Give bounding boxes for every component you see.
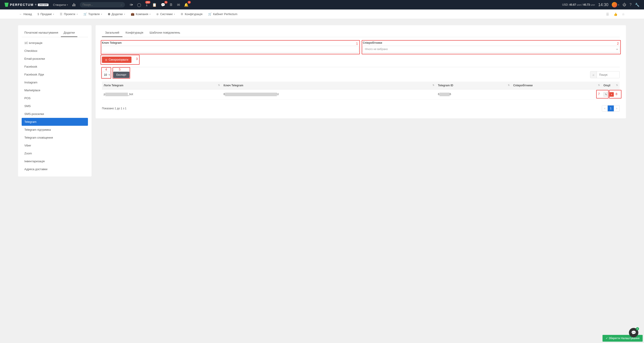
sidebar-item-marketplace[interactable]: Marketplace — [22, 86, 88, 94]
sidebar-item-telegram-support[interactable]: Telegram підтримка — [22, 126, 88, 134]
sidebar-item-inventory[interactable]: Інвентаризація — [22, 157, 88, 165]
export-button[interactable]: Експорт — [113, 72, 130, 78]
logo-badge: CRM+ERP — [38, 3, 48, 6]
telegram-key-input[interactable] — [102, 46, 359, 52]
doc-icon[interactable]: 🗎 — [169, 3, 173, 7]
sort-icon: ⇅ — [616, 84, 618, 86]
delete-button[interactable]: × — [609, 92, 614, 97]
clipboard-icon[interactable]: 📋 — [152, 3, 157, 7]
nav-system[interactable]: ⊕Системні▾ — [156, 12, 175, 16]
clock: 14:30 — [598, 2, 608, 7]
nav-cabinet[interactable]: 🛒Кабінет Perfectum — [208, 12, 238, 16]
sidebar-item-instagram[interactable]: Instagram — [22, 78, 88, 86]
create-dropdown[interactable]: Створити ▾ — [53, 3, 68, 6]
sidebar-item-zoom[interactable]: Zoom — [22, 149, 88, 157]
pagination: ‹ 1 › — [602, 105, 620, 112]
marker-2: 2 — [617, 42, 619, 45]
avatar — [612, 2, 617, 7]
chat-badge: 5 — [164, 1, 168, 3]
tab-general[interactable]: Загальний — [102, 29, 122, 37]
globe-icon: ⊕ — [156, 12, 159, 16]
help-icon[interactable]: ? — [630, 3, 632, 7]
nav-star-icon[interactable]: ☆ — [622, 12, 625, 16]
nav-thumb-icon[interactable]: 👍 — [614, 12, 618, 16]
staff-select[interactable]: Нічого не вибрано ▾ — [363, 46, 620, 52]
nav-back[interactable]: ←Назад — [19, 12, 32, 16]
sidebar-item-sms-send[interactable]: SMS-розсилки — [22, 110, 88, 118]
telegram-key-label: Ключ Telegram — [102, 41, 359, 44]
search-input[interactable] — [82, 3, 121, 6]
package-icon: ⬢ — [108, 12, 110, 16]
col-opts[interactable]: Опції⇅ — [602, 82, 620, 89]
bell-icon[interactable]: 🔔1 — [184, 3, 188, 7]
page-1[interactable]: 1 — [608, 105, 614, 111]
col-staff[interactable]: Співробітники⇅ — [512, 82, 602, 89]
briefcase-icon: 💼 — [131, 12, 134, 16]
nav-addons[interactable]: ⬢Додатки▾ — [108, 12, 125, 16]
sidebar-item-telegram[interactable]: Telegram — [22, 118, 88, 126]
sidebar-item-telegram-notify[interactable]: Telegram сповіщення — [22, 134, 88, 142]
logo[interactable]: PERFECTUM ® — [4, 3, 36, 7]
sidebar-item-1c[interactable]: 1С інтеграція — [22, 39, 88, 47]
chevron-down-icon: ▾ — [616, 48, 618, 50]
mail-icon[interactable]: ✉ — [177, 3, 180, 7]
col-key[interactable]: Ключ Telegram⇅ — [222, 82, 436, 89]
sort-icon: ⇅ — [218, 84, 220, 86]
sound-icon[interactable]: 🕪 — [130, 3, 133, 7]
col-tid[interactable]: Telegram ID⇅ — [436, 82, 512, 89]
wrench-icon[interactable]: 🔧 — [635, 3, 640, 7]
chat-icon[interactable]: 💬5 — [161, 3, 165, 7]
global-search[interactable]: ⌕ — [80, 2, 125, 7]
nav-projects[interactable]: ☰Проекти▾ — [60, 12, 78, 16]
sidebar-item-sms[interactable]: SMS — [22, 102, 88, 110]
sidebar-item-address[interactable]: Адреса доставки — [22, 165, 88, 173]
nav-trade[interactable]: 🛒Торгівля▾ — [84, 12, 102, 16]
sidebar-item-fb-leads[interactable]: Facebook Ліди — [22, 70, 88, 78]
currency-info: USD: 40.67UAH / 40.73UAH — [562, 3, 595, 6]
logo-text: PERFECTUM — [10, 3, 34, 6]
sort-icon: ⇅ — [598, 84, 600, 86]
settings-panel: Загальний Конфігурація Шаблони повідомле… — [96, 25, 626, 118]
page-next[interactable]: › — [614, 105, 620, 111]
marker-3: 3 — [136, 57, 138, 61]
chevron-down-icon: ▾ — [67, 3, 68, 6]
marker-1: 1 — [356, 42, 358, 45]
cart-icon: 🛒 — [208, 12, 212, 16]
sidebar-item-checkbox[interactable]: Checkbox — [22, 47, 88, 55]
sidebar-tab-initial[interactable]: Початкові налаштування — [22, 29, 61, 37]
settings-sidebar: Початкові налаштування Додатки 1С інтегр… — [18, 25, 92, 176]
chevron-down-icon: ▾ — [618, 3, 619, 6]
tab-templates[interactable]: Шаблони повідомлень — [146, 29, 183, 37]
sidebar-item-viber[interactable]: Viber — [22, 142, 88, 149]
table-search-button[interactable]: ⌕ — [590, 71, 597, 78]
page-size-select[interactable]: 10 — [102, 72, 112, 78]
col-login[interactable]: Логін Telegram⇅ — [102, 82, 222, 89]
nav-sales[interactable]: $Продажі▾ — [38, 12, 54, 16]
sidebar-tab-addons[interactable]: Додатки — [61, 29, 77, 37]
download-icon[interactable]: ⤓282 — [145, 3, 148, 7]
nav-layers-icon[interactable]: ☰ — [606, 12, 609, 16]
nav-company[interactable]: 💼Компанія▾ — [131, 12, 151, 16]
staff-placeholder: Нічого не вибрано — [365, 47, 388, 51]
sidebar-item-facebook[interactable]: Facebook — [22, 63, 88, 70]
table-row: p_bot 6U 66 ✎ × 7 8 — [102, 89, 620, 100]
redacted — [225, 93, 277, 96]
redacted — [105, 93, 128, 96]
sidebar-item-email[interactable]: Email-розсилки — [22, 55, 88, 63]
nav-config[interactable]: ⚙Конфігурація — [180, 12, 202, 16]
telegram-table: Логін Telegram⇅ Ключ Telegram⇅ Telegram … — [102, 82, 620, 100]
user-menu[interactable]: ▾ — [612, 2, 619, 7]
power-icon[interactable]: ⏻ — [622, 3, 626, 7]
page-prev[interactable]: ‹ — [602, 105, 608, 111]
sync-button[interactable]: Синхронізувати — [102, 56, 132, 63]
sidebar-item-pos[interactable]: POS — [22, 94, 88, 102]
sort-icon: ⇅ — [432, 84, 434, 86]
message-icon[interactable]: ◯ — [137, 3, 141, 7]
redacted — [440, 93, 450, 96]
showing-text: Показано 1 до 1 з 1 — [102, 107, 126, 110]
download-badge: 282 — [145, 1, 150, 3]
stats-icon[interactable] — [72, 3, 76, 6]
tab-config[interactable]: Конфігурація — [122, 29, 146, 37]
table-search-input[interactable] — [597, 72, 620, 78]
edit-button[interactable]: ✎ — [604, 92, 608, 97]
